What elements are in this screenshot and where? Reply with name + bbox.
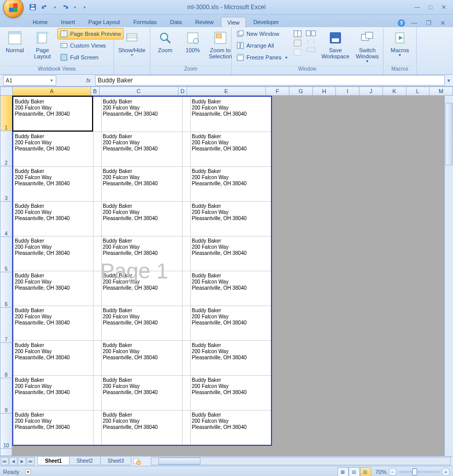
column-header[interactable]: C [100, 86, 179, 96]
redo-dropdown-icon[interactable]: ▼ [73, 6, 77, 9]
horizontal-scrollbar[interactable] [151, 457, 451, 465]
row-header[interactable]: 6 [0, 272, 12, 308]
normal-view-button[interactable]: Normal [2, 28, 28, 55]
row-header[interactable]: 8 [0, 343, 12, 378]
select-all-corner[interactable] [0, 86, 13, 96]
tab-home[interactable]: Home [27, 17, 54, 27]
row-header[interactable]: 1 [0, 96, 12, 131]
column-header[interactable]: A [13, 86, 91, 96]
doc-restore-button[interactable]: ❐ [423, 19, 434, 27]
undo-icon[interactable] [41, 3, 49, 11]
tab-insert[interactable]: Insert [55, 17, 81, 27]
tab-formulas[interactable]: Formulas [127, 17, 163, 27]
tab-view[interactable]: View [221, 17, 246, 28]
tab-review[interactable]: Review [189, 17, 220, 27]
split-icon[interactable] [293, 30, 302, 37]
macros-icon [392, 30, 408, 46]
ribbon-tabs: HomeInsertPage LayoutFormulasDataReviewV… [0, 15, 453, 27]
row-header[interactable]: 3 [0, 166, 12, 202]
close-button[interactable]: ✕ [439, 3, 449, 11]
view-page-break-icon[interactable]: ▥ [360, 467, 371, 476]
spreadsheet-grid[interactable]: ABCDEFGHIJKLM 12345678910 Buddy Baker 20… [0, 86, 453, 456]
sheet-tab[interactable]: Sheet2 [69, 457, 101, 465]
column-header[interactable]: M [429, 86, 453, 96]
zoom-slider[interactable] [399, 471, 440, 473]
redo-icon[interactable] [61, 3, 69, 11]
chevron-down-icon[interactable]: ▼ [50, 78, 54, 83]
row-header[interactable]: 7 [0, 308, 12, 343]
arrange-all-button[interactable]: Arrange All [234, 40, 290, 51]
save-icon[interactable] [29, 3, 37, 11]
doc-close-button[interactable]: ✕ [438, 19, 448, 27]
column-header[interactable]: F [266, 86, 289, 96]
switch-windows-button[interactable]: Switch Windows▼ [354, 28, 381, 64]
address-label: Buddy Baker 200 Falcon Way Pleasantville… [192, 168, 246, 187]
zoom-to-selection-button[interactable]: Zoom to Selection [208, 28, 233, 61]
help-icon[interactable]: ? [398, 19, 405, 27]
macro-record-icon[interactable] [25, 468, 32, 475]
qat-customize-icon[interactable]: ▼ [83, 6, 86, 9]
zoom-100-button[interactable]: 100% [180, 28, 206, 55]
row-header[interactable]: 4 [0, 202, 12, 237]
column-header[interactable]: J [359, 86, 383, 96]
show-hide-button[interactable]: Show/Hide ▼ [116, 28, 148, 58]
svg-rect-31 [294, 49, 301, 55]
zoom-percent[interactable]: 70% [375, 469, 387, 475]
fx-icon[interactable]: fx [84, 76, 93, 85]
side-by-side-icon[interactable] [306, 30, 316, 36]
row-header[interactable]: 2 [0, 131, 12, 166]
address-label: Buddy Baker 200 Falcon Way Pleasantville… [192, 99, 246, 117]
minimize-button[interactable]: — [412, 3, 422, 11]
row-header[interactable]: 10 [0, 414, 12, 449]
sheet-tab[interactable]: Sheet3 [100, 457, 132, 465]
hscroll-thumb[interactable] [158, 458, 200, 465]
sheet-nav-last[interactable]: ⏭ [27, 457, 35, 465]
insert-sheet-icon[interactable] [132, 458, 141, 465]
page-layout-view-button[interactable]: Page Layout [30, 28, 55, 61]
vertical-scrollbar[interactable] [444, 96, 453, 456]
row-header[interactable]: 9 [0, 378, 12, 414]
tab-developer[interactable]: Developer [247, 17, 285, 27]
unhide-icon[interactable] [293, 49, 302, 56]
view-page-layout-icon[interactable]: ▤ [349, 467, 360, 476]
sync-scroll-icon[interactable] [306, 38, 316, 45]
zoom-slider-knob[interactable] [412, 468, 417, 475]
reset-position-icon[interactable] [306, 47, 316, 53]
formula-input[interactable]: Buddy Baker [95, 75, 445, 85]
zoom-out-button[interactable]: − [389, 468, 397, 476]
expand-formula-bar-icon[interactable]: ▾ [445, 77, 453, 84]
column-header[interactable]: H [313, 86, 336, 96]
maximize-button[interactable]: □ [425, 3, 436, 11]
column-header[interactable]: B [91, 86, 100, 96]
tab-data[interactable]: Data [164, 17, 188, 27]
group-label-window: Window [234, 66, 381, 74]
freeze-panes-button[interactable]: Freeze Panes▼ [234, 52, 290, 63]
address-label: Buddy Baker 200 Falcon Way Pleasantville… [15, 203, 70, 222]
macros-button[interactable]: Macros▼ [387, 28, 413, 58]
column-header[interactable]: I [336, 86, 359, 96]
sheet-nav-first[interactable]: ⏮ [1, 457, 9, 465]
column-header[interactable]: L [406, 86, 430, 96]
column-header[interactable]: E [187, 86, 266, 96]
sheet-nav-prev[interactable]: ◀ [9, 457, 17, 465]
view-normal-icon[interactable]: ▦ [337, 467, 349, 476]
svg-rect-25 [241, 42, 243, 49]
name-box[interactable]: A1▼ [3, 75, 56, 85]
row-header[interactable]: 5 [0, 237, 12, 272]
column-header[interactable]: G [289, 86, 313, 96]
column-header[interactable]: D [178, 86, 187, 96]
tab-page-layout[interactable]: Page Layout [82, 17, 126, 27]
new-window-button[interactable]: New Window [234, 28, 290, 39]
chevron-down-icon: ▼ [284, 56, 288, 59]
zoom-button[interactable]: Zoom [152, 28, 178, 55]
undo-dropdown-icon[interactable]: ▼ [53, 6, 57, 9]
save-workspace-button[interactable]: Save Workspace [319, 28, 351, 61]
zoom-in-button[interactable]: + [442, 468, 450, 476]
sheet-nav-next[interactable]: ▶ [18, 457, 26, 465]
svg-rect-23 [239, 31, 243, 35]
column-header[interactable]: K [383, 86, 406, 96]
sheet-tab[interactable]: Sheet1 [37, 457, 70, 465]
vscroll-thumb[interactable] [445, 103, 452, 165]
doc-minimize-button[interactable]: — [409, 19, 419, 27]
hide-icon[interactable] [293, 39, 302, 47]
